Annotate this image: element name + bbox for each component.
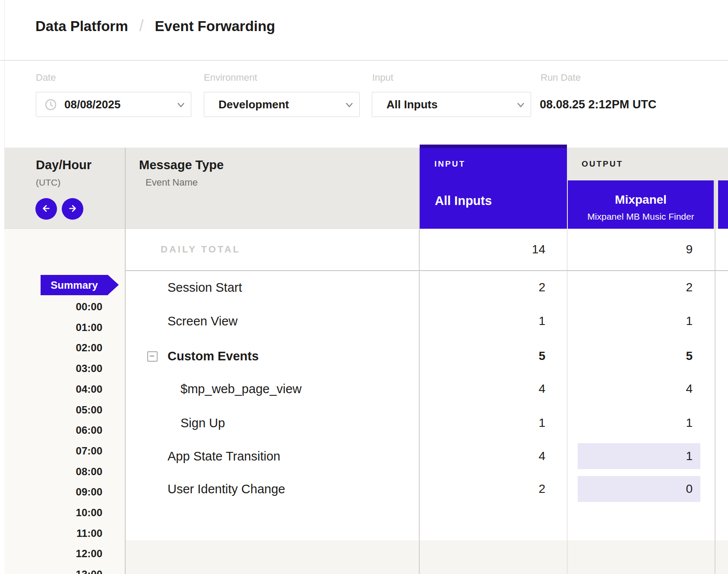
daily-total-row: DAILY TOTAL 14 9 xyxy=(125,233,728,266)
collapse-toggle-icon[interactable] xyxy=(147,351,158,362)
input-count-cell: 4 xyxy=(419,439,545,473)
table-row: App State Transition 4 1 xyxy=(125,439,728,473)
output-subname: Mixpanel MB Music Finder xyxy=(568,211,714,222)
chevron-down-icon xyxy=(177,102,185,107)
output-count-cell: 1 xyxy=(567,304,693,338)
output-count-cell: 5 xyxy=(567,339,693,373)
table-row: Screen View 1 1 xyxy=(125,304,728,338)
event-name-column-subtitle: Event Name xyxy=(146,177,198,188)
event-row-label: $mp_web_page_view xyxy=(180,372,302,406)
event-row-label: App State Transition xyxy=(168,439,280,473)
input-count-cell: 5 xyxy=(419,339,545,373)
output-column-label: OUTPUT xyxy=(582,159,623,169)
input-filter-label: Input xyxy=(372,73,393,83)
daily-total-input-count: 14 xyxy=(419,233,545,266)
output-count-cell: 1 xyxy=(567,406,693,440)
hour-label[interactable]: 08:00 xyxy=(4,465,102,478)
hour-label[interactable]: 06:00 xyxy=(4,424,102,437)
input-count-cell: 2 xyxy=(419,271,545,304)
hour-label[interactable]: 07:00 xyxy=(4,445,102,457)
hour-label[interactable]: 13:00 xyxy=(4,568,102,574)
input-count-cell: 4 xyxy=(419,372,545,406)
hour-label[interactable]: 11:00 xyxy=(4,527,102,540)
environment-value: Development xyxy=(218,92,289,117)
next-output-column-partial xyxy=(718,180,728,229)
daily-total-label: DAILY TOTAL xyxy=(161,233,241,266)
hour-label[interactable]: 02:00 xyxy=(4,341,102,354)
environment-dropdown[interactable]: Development xyxy=(204,92,360,117)
input-column-name: All Inputs xyxy=(435,193,492,208)
input-column-accent-strip xyxy=(420,145,567,148)
input-count-cell: 2 xyxy=(419,472,545,506)
message-type-column-title: Message Type xyxy=(139,158,224,172)
page-title: Event Forwarding xyxy=(155,18,275,34)
output-count-cell: 2 xyxy=(567,271,693,304)
output-name: Mixpanel xyxy=(568,193,714,207)
input-dropdown[interactable]: All Inputs xyxy=(372,92,531,117)
hour-label[interactable]: 12:00 xyxy=(4,547,102,560)
hour-label[interactable]: 10:00 xyxy=(4,506,102,519)
hour-label[interactable]: 09:00 xyxy=(4,486,102,498)
output-count-cell: 4 xyxy=(567,372,693,406)
breadcrumb-separator: / xyxy=(128,17,155,35)
chevron-down-icon xyxy=(517,102,525,107)
event-row-label: Custom Events xyxy=(168,339,259,373)
table-row: Custom Events 5 5 xyxy=(125,339,728,373)
input-count-cell: 1 xyxy=(419,406,545,440)
chevron-down-icon xyxy=(345,102,353,107)
input-count-cell: 1 xyxy=(419,304,545,338)
event-row-label: Sign Up xyxy=(180,406,225,440)
input-column-label: INPUT xyxy=(434,159,465,169)
daily-total-output-count: 9 xyxy=(567,233,693,266)
table-row: $mp_web_page_view 4 4 xyxy=(125,372,728,406)
input-column-header: INPUT All Inputs xyxy=(420,145,567,229)
hour-label[interactable]: 04:00 xyxy=(4,383,102,396)
event-row-label: Session Start xyxy=(168,271,242,304)
table-footer-area xyxy=(125,540,728,574)
output-count-cell: 1 xyxy=(567,439,693,473)
hour-label[interactable]: 03:00 xyxy=(4,362,102,375)
event-forwarding-page: Data Platform/Event Forwarding Date Envi… xyxy=(0,0,728,574)
table-row: Sign Up 1 1 xyxy=(125,406,728,440)
hours-list: 00:0001:0002:0003:0004:0005:0006:0007:00… xyxy=(4,0,125,574)
run-date-label: Run Date xyxy=(541,73,581,83)
run-date-value: 08.08.25 2:12PM UTC xyxy=(540,97,656,112)
event-row-label: User Identity Change xyxy=(168,472,285,506)
minus-icon xyxy=(150,356,154,356)
table-row: User Identity Change 2 0 xyxy=(125,472,728,506)
environment-filter-label: Environment xyxy=(204,73,257,83)
hour-label[interactable]: 01:00 xyxy=(4,321,102,334)
input-value: All Inputs xyxy=(386,92,437,117)
hour-label[interactable]: 05:00 xyxy=(4,404,102,416)
hour-label[interactable]: 00:00 xyxy=(4,300,102,313)
output-count-cell: 0 xyxy=(567,472,693,506)
output-column-header-mixpanel[interactable]: Mixpanel Mixpanel MB Music Finder xyxy=(568,180,714,229)
table-row: Session Start 2 2 xyxy=(125,271,728,304)
event-row-label: Screen View xyxy=(168,304,237,338)
